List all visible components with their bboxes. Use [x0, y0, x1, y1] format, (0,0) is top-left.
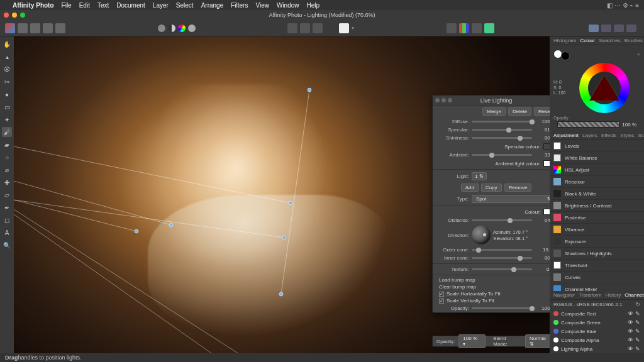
panel-max-icon[interactable] — [448, 98, 452, 102]
healing-tool-icon[interactable]: ✚ — [2, 177, 12, 187]
background-colour-icon[interactable] — [561, 52, 570, 60]
ambient-slider[interactable] — [472, 154, 532, 156]
adjustment-item[interactable]: Channel Mixer — [550, 283, 644, 291]
selection-subtract-icon[interactable] — [313, 23, 323, 33]
zoom-tool-icon[interactable]: 🔍 — [2, 240, 12, 250]
tab-history[interactable]: History — [605, 292, 621, 298]
channel-row[interactable]: Composite Alpha👁 ✎ — [550, 336, 644, 344]
selection-add-icon[interactable] — [300, 23, 310, 33]
colour-wheel[interactable] — [579, 63, 630, 113]
reset-button[interactable]: Reset — [534, 107, 550, 116]
adjustment-item[interactable]: Exposure — [550, 236, 644, 248]
shininess-slider[interactable] — [472, 137, 532, 139]
menu-document[interactable]: Document — [116, 2, 145, 9]
light-index-stepper[interactable]: 1 ⇅ — [472, 172, 487, 180]
channel-visibility-icon[interactable]: 👁 ✎ — [628, 319, 640, 326]
adjustment-item[interactable]: Posterise — [550, 212, 644, 224]
channels-reset-icon[interactable]: ↻ — [636, 302, 640, 307]
texture-slider[interactable] — [472, 268, 532, 270]
selection-brush-tool-icon[interactable]: ● — [2, 89, 12, 99]
add-light-button[interactable]: Add — [461, 184, 479, 192]
pen-tool-icon[interactable]: ✒ — [2, 202, 12, 212]
tab-layers[interactable]: Layers — [582, 133, 597, 138]
tab-stock[interactable]: Stock — [638, 133, 644, 138]
blend-mode-select[interactable]: Normal ⇅ — [525, 334, 550, 348]
opacity-gradient-slider[interactable] — [557, 121, 619, 128]
light-handle[interactable] — [169, 223, 173, 227]
tab-effects[interactable]: Effects — [601, 133, 616, 138]
channel-visibility-icon[interactable]: 👁 ✎ — [628, 310, 640, 317]
nav-tabs[interactable]: Navigator Transform History Channels — [550, 291, 644, 300]
adjustment-item[interactable]: Threshold — [550, 260, 644, 272]
channel-visibility-icon[interactable]: 👁 ✎ — [628, 328, 640, 334]
adjustment-item[interactable]: Brightness / Contrast — [550, 200, 644, 212]
adjust-tabs[interactable]: Adjustment Layers Effects Styles Stock — [550, 131, 644, 140]
menu-filters[interactable]: Filters — [231, 2, 248, 9]
close-window-icon[interactable] — [4, 13, 9, 18]
panel-opacity-value[interactable]: 100 % — [535, 305, 550, 311]
elevation-value[interactable]: 48.1 ° — [515, 236, 528, 241]
outer-cone-slider[interactable] — [472, 249, 532, 251]
adjustment-item[interactable]: Shadows / Highlights — [550, 248, 644, 260]
tab-histogram[interactable]: Histogram — [553, 38, 576, 43]
distance-slider[interactable] — [472, 219, 532, 221]
persona-liquify-icon[interactable] — [18, 23, 28, 33]
tab-transform[interactable]: Transform — [579, 292, 601, 298]
adjustment-item[interactable]: Black & White — [550, 188, 644, 200]
text-tool-icon[interactable]: A — [2, 228, 12, 238]
autolevels-icon[interactable] — [158, 25, 165, 32]
channel-visibility-icon[interactable]: 👁 ✎ — [628, 346, 640, 352]
shape-tool-icon[interactable]: ◻ — [2, 215, 12, 225]
studio-panel-3-icon[interactable] — [614, 25, 624, 32]
window-controls[interactable] — [4, 13, 25, 18]
quickmask-icon[interactable] — [339, 23, 349, 33]
inner-cone-slider[interactable] — [472, 257, 532, 259]
texture-value[interactable]: 0 px — [535, 266, 550, 272]
light-colour-swatch[interactable] — [543, 209, 550, 215]
paintbrush-tool-icon[interactable]: 🖌 — [2, 127, 12, 137]
direction-trackball[interactable] — [472, 226, 491, 244]
autocontrast-icon[interactable] — [168, 25, 175, 32]
clear-bump-button[interactable]: Clear bump map — [433, 283, 550, 290]
channel-visibility-icon[interactable]: 👁 ✎ — [628, 337, 640, 343]
channel-row[interactable]: Lighting Alpha👁 ✎ — [550, 344, 644, 353]
minimize-window-icon[interactable] — [12, 13, 17, 18]
colour-picker-tool-icon[interactable]: ⦿ — [2, 64, 12, 74]
adjustment-item[interactable]: Recolour — [550, 176, 644, 188]
delete-button[interactable]: Delete — [508, 107, 531, 116]
selection-mode-icon[interactable] — [287, 23, 297, 33]
opacity-value[interactable]: 100 % — [622, 122, 636, 128]
persona-develop-icon[interactable] — [30, 23, 40, 33]
autocolour-icon[interactable] — [178, 25, 186, 32]
load-bump-button[interactable]: Load bump map — [433, 277, 550, 283]
dodge-tool-icon[interactable]: ○ — [2, 152, 12, 162]
menu-text[interactable]: Text — [97, 2, 109, 9]
tab-swatches[interactable]: Swatches — [599, 38, 621, 43]
panel-min-icon[interactable] — [441, 98, 446, 102]
specular-colour-swatch[interactable] — [543, 143, 550, 150]
snap-icon[interactable] — [459, 23, 469, 33]
menu-view[interactable]: View — [255, 2, 269, 9]
flood-select-tool-icon[interactable]: ✦ — [2, 114, 12, 124]
menu-layer[interactable]: Layer — [153, 2, 169, 9]
remove-light-button[interactable]: Remove — [504, 184, 532, 192]
outer-cone-value[interactable]: 19.3 ° — [535, 247, 550, 253]
menu-select[interactable]: Select — [176, 2, 194, 9]
opacity-field[interactable]: 100 % ▾ — [458, 334, 486, 348]
light-handle[interactable] — [289, 201, 292, 205]
channel-row[interactable]: Composite Red👁 ✎ — [550, 309, 644, 318]
dropdown-chevron-icon[interactable]: ▾ — [352, 25, 354, 31]
scale-v-checkbox[interactable]: ✓ — [439, 299, 444, 304]
adjustment-item[interactable]: White Balance — [550, 152, 644, 164]
arrange-icon[interactable] — [447, 23, 457, 33]
diffuse-value[interactable]: 100 % — [535, 119, 550, 124]
adjustment-item[interactable]: Levels — [550, 140, 644, 152]
specular-slider[interactable] — [472, 129, 532, 131]
document-canvas[interactable]: Live Lighting Merge Delete Reset Diffuse… — [14, 36, 550, 353]
azimuth-value[interactable]: 170.7 ° — [513, 229, 528, 235]
studio-panel-1-icon[interactable] — [589, 25, 599, 32]
clone-tool-icon[interactable]: ⌀ — [2, 165, 12, 175]
light-handle[interactable] — [279, 292, 283, 296]
adjustment-item[interactable]: Curves — [550, 272, 644, 283]
scale-h-checkbox[interactable]: ✓ — [439, 292, 444, 297]
